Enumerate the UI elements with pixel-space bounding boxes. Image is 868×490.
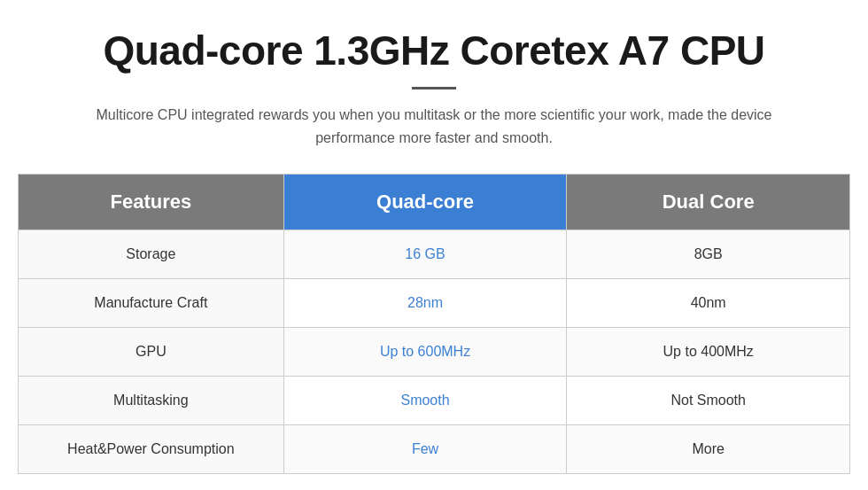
quad-value: 28nm [283,279,567,328]
comparison-table: Features Quad-core Dual Core Storage16 G… [18,174,850,474]
table-header-row: Features Quad-core Dual Core [19,175,850,230]
header-features: Features [19,175,284,230]
dual-value: 40nm [567,279,850,328]
header-quad: Quad-core [283,175,567,230]
feature-label: Manufacture Craft [19,279,284,328]
header-dual: Dual Core [567,175,850,230]
table-row: Storage16 GB8GB [19,230,850,279]
feature-label: Storage [19,230,284,279]
quad-value: Smooth [283,377,567,425]
title-divider [412,87,456,89]
page-subtitle: Multicore CPU integrated rewards you whe… [71,104,797,149]
feature-label: Multitasking [19,377,284,425]
dual-value: Up to 400MHz [567,328,850,377]
quad-value: 16 GB [283,230,567,279]
feature-label: Heat&Power Consumption [19,425,284,474]
dual-value: Not Smooth [567,377,850,425]
table-row: GPUUp to 600MHzUp to 400MHz [19,328,850,377]
page-title: Quad-core 1.3GHz Coretex A7 CPU [103,27,764,74]
table-row: Heat&Power ConsumptionFewMore [19,425,850,474]
dual-value: 8GB [567,230,850,279]
dual-value: More [567,425,850,474]
quad-value: Up to 600MHz [283,328,567,377]
feature-label: GPU [19,328,284,377]
table-row: MultitaskingSmoothNot Smooth [19,377,850,425]
quad-value: Few [283,425,567,474]
table-row: Manufacture Craft28nm40nm [19,279,850,328]
